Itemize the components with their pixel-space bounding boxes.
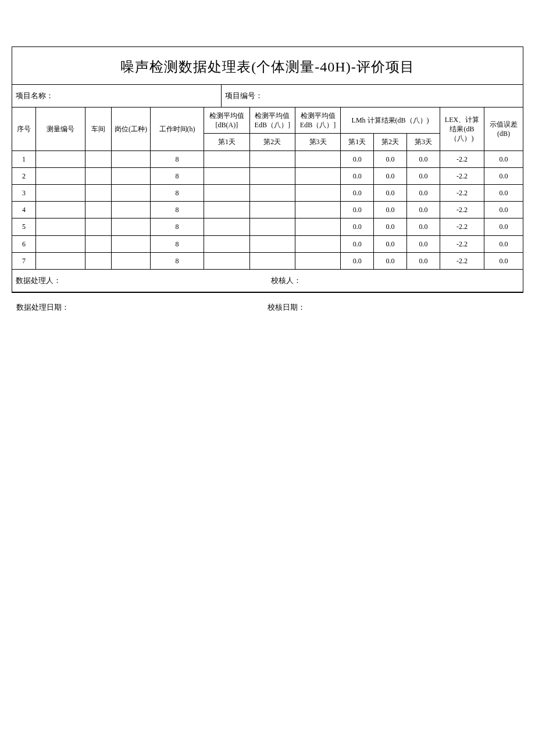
- col-avg3-day: 第3天: [295, 134, 340, 151]
- cell-err: 0.0: [484, 167, 523, 184]
- cell-l1: 0.0: [341, 235, 374, 252]
- data-table: 序号 测量编号 车间 岗位(工种) 工作时间(h) 检测平均值 [dB(A)] …: [12, 108, 523, 270]
- col-avg3: 检测平均值 EdB（八）]: [295, 108, 340, 134]
- cell-l1: 0.0: [341, 202, 374, 218]
- col-lex: LEX、计算结果(dB（八）): [440, 108, 484, 151]
- document-title: 噪声检测数据处理表(个体测量-40H)-评价项目: [12, 47, 523, 85]
- cell-l2: 0.0: [374, 202, 407, 218]
- project-name: 项目名称：: [12, 85, 222, 107]
- table-row: 680.00.00.0-2.20.0: [12, 235, 523, 252]
- cell-shop: [85, 252, 112, 269]
- project-name-label: 项目名称：: [16, 91, 54, 100]
- cell-l3: 0.0: [407, 235, 440, 252]
- cell-shop: [85, 167, 112, 184]
- cell-post: [112, 184, 150, 201]
- table-row: 580.00.00.0-2.20.0: [12, 218, 523, 235]
- project-no-label: 项目编号：: [225, 91, 263, 100]
- review-date-label: 校核日期：: [268, 303, 305, 311]
- cell-a1: [204, 235, 249, 252]
- cell-shop: [85, 235, 112, 252]
- col-post: 岗位(工种): [112, 108, 150, 151]
- cell-a1: [204, 167, 249, 184]
- cell-l1: 0.0: [341, 184, 374, 201]
- cell-lex: -2.2: [440, 202, 484, 218]
- cell-lex: -2.2: [440, 151, 484, 167]
- cell-time: 8: [150, 218, 204, 235]
- table-row: 480.00.00.0-2.20.0: [12, 202, 523, 218]
- process-date: 数据处理日期：: [16, 302, 268, 313]
- project-no: 项目编号：: [222, 85, 523, 107]
- col-shop: 车间: [85, 108, 112, 151]
- cell-shop: [85, 184, 112, 201]
- project-meta-row: 项目名称： 项目编号：: [12, 85, 523, 108]
- cell-seq: 5: [12, 218, 35, 235]
- cell-err: 0.0: [484, 235, 523, 252]
- cell-mid: [35, 151, 85, 167]
- col-avg2-day: 第2天: [249, 134, 295, 151]
- cell-err: 0.0: [484, 218, 523, 235]
- cell-shop: [85, 218, 112, 235]
- cell-l3: 0.0: [407, 202, 440, 218]
- cell-l2: 0.0: [374, 252, 407, 269]
- signoff-row: 数据处理人： 校核人：: [12, 270, 523, 292]
- col-time: 工作时间(h): [150, 108, 204, 151]
- cell-err: 0.0: [484, 252, 523, 269]
- date-row: 数据处理日期： 校核日期：: [16, 302, 519, 313]
- cell-a3: [295, 218, 340, 235]
- cell-a2: [249, 202, 295, 218]
- col-lmh-day3: 第3天: [407, 134, 440, 151]
- cell-time: 8: [150, 167, 204, 184]
- cell-time: 8: [150, 151, 204, 167]
- cell-a1: [204, 218, 249, 235]
- document-frame: 噪声检测数据处理表(个体测量-40H)-评价项目 项目名称： 项目编号： 序号 …: [12, 46, 523, 293]
- cell-l1: 0.0: [341, 167, 374, 184]
- cell-post: [112, 235, 150, 252]
- cell-err: 0.0: [484, 151, 523, 167]
- col-lmh-day2: 第2天: [374, 134, 407, 151]
- processor-label: 数据处理人：: [16, 276, 61, 285]
- cell-a2: [249, 184, 295, 201]
- cell-seq: 2: [12, 167, 35, 184]
- process-date-label: 数据处理日期：: [16, 303, 69, 311]
- cell-lex: -2.2: [440, 184, 484, 201]
- cell-l2: 0.0: [374, 151, 407, 167]
- table-row: 380.00.00.0-2.20.0: [12, 184, 523, 201]
- cell-a3: [295, 184, 340, 201]
- cell-post: [112, 252, 150, 269]
- cell-a2: [249, 252, 295, 269]
- cell-l3: 0.0: [407, 252, 440, 269]
- cell-a3: [295, 167, 340, 184]
- cell-a2: [249, 167, 295, 184]
- cell-a3: [295, 252, 340, 269]
- col-lmh-day1: 第1天: [341, 134, 374, 151]
- col-avg1: 检测平均值 [dB(A)]: [204, 108, 249, 134]
- cell-mid: [35, 202, 85, 218]
- cell-seq: 4: [12, 202, 35, 218]
- cell-time: 8: [150, 235, 204, 252]
- cell-shop: [85, 151, 112, 167]
- col-mid: 测量编号: [35, 108, 85, 151]
- cell-seq: 3: [12, 184, 35, 201]
- cell-lex: -2.2: [440, 235, 484, 252]
- col-lmh-group: LMh 计算结果(dB（八）): [341, 108, 440, 134]
- cell-err: 0.0: [484, 202, 523, 218]
- cell-mid: [35, 218, 85, 235]
- cell-mid: [35, 167, 85, 184]
- cell-l1: 0.0: [341, 252, 374, 269]
- table-row: 180.00.00.0-2.20.0: [12, 151, 523, 167]
- cell-time: 8: [150, 184, 204, 201]
- cell-a1: [204, 151, 249, 167]
- cell-mid: [35, 252, 85, 269]
- cell-l2: 0.0: [374, 184, 407, 201]
- cell-time: 8: [150, 202, 204, 218]
- cell-a2: [249, 151, 295, 167]
- cell-mid: [35, 184, 85, 201]
- cell-seq: 6: [12, 235, 35, 252]
- cell-lex: -2.2: [440, 252, 484, 269]
- cell-a3: [295, 151, 340, 167]
- cell-l3: 0.0: [407, 167, 440, 184]
- cell-time: 8: [150, 252, 204, 269]
- processor: 数据处理人：: [12, 270, 268, 292]
- cell-l2: 0.0: [374, 218, 407, 235]
- cell-post: [112, 202, 150, 218]
